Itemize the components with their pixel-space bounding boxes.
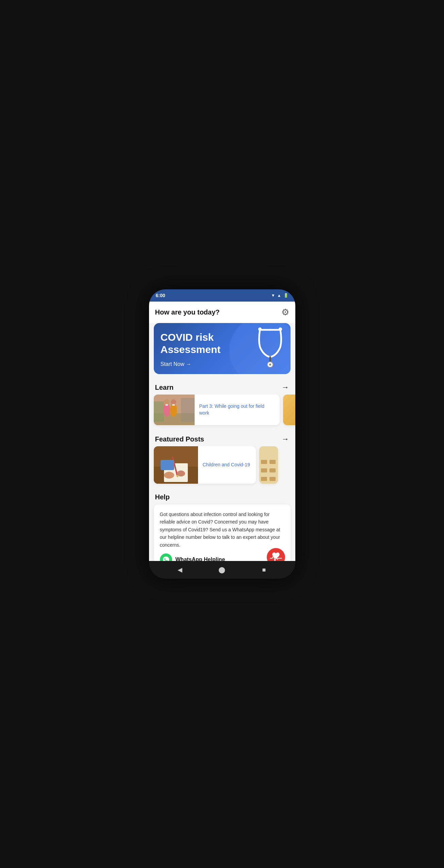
learn-card-partial-image: [283, 395, 295, 425]
covid-banner[interactable]: COVID riskAssessment Start Now →: [154, 323, 291, 374]
learn-card-partial: [283, 395, 295, 425]
svg-rect-32: [261, 477, 267, 481]
svg-point-15: [171, 399, 176, 405]
svg-rect-30: [261, 468, 267, 472]
featured-card-1-image: [154, 446, 198, 484]
help-card-1: Got questions about infection control an…: [154, 504, 291, 561]
whatsapp-helpline-text[interactable]: WhatsApp Helpline: [176, 557, 225, 561]
settings-icon[interactable]: ⚙: [281, 307, 289, 318]
svg-rect-29: [269, 460, 276, 464]
recent-button[interactable]: ■: [258, 564, 270, 576]
featured-card-partial: [259, 446, 278, 484]
svg-rect-16: [171, 405, 176, 414]
svg-rect-28: [261, 460, 267, 464]
svg-rect-31: [269, 468, 276, 472]
featured-card-1-text: Children and Covid-19: [198, 457, 255, 472]
phone-frame: 6:00 ▼ ▲ 🔋 How are you today? ⚙ COVID ri…: [149, 289, 295, 579]
svg-point-12: [164, 399, 169, 405]
status-bar: 6:00 ▼ ▲ 🔋: [149, 289, 295, 302]
greeting-text: How are you today?: [155, 308, 220, 316]
featured-cards-row: Children and Covid-19: [149, 446, 295, 488]
heart-monitor-icon: [267, 548, 285, 561]
whatsapp-helpline-link[interactable]: WhatsApp Helpline: [160, 553, 284, 561]
screen-content: How are you today? ⚙ COVID riskAssessmen…: [149, 302, 295, 561]
learn-title: Learn: [155, 384, 174, 391]
featured-title: Featured Posts: [155, 435, 204, 443]
learn-card-1-image: [154, 395, 195, 425]
featured-card-partial-image: [259, 446, 278, 484]
svg-rect-26: [161, 460, 174, 470]
svg-point-24: [164, 472, 174, 479]
svg-point-5: [258, 327, 262, 331]
status-icons: ▼ ▲ 🔋: [271, 293, 289, 298]
svg-point-4: [269, 364, 271, 366]
learn-arrow[interactable]: →: [282, 383, 289, 392]
svg-rect-17: [165, 404, 168, 406]
featured-section-header: Featured Posts →: [149, 430, 295, 446]
help-card-1-body: Got questions about infection control an…: [160, 511, 284, 549]
svg-rect-10: [181, 398, 195, 422]
svg-point-6: [279, 327, 282, 331]
nav-bar: ◀ ⬤ ■: [149, 561, 295, 579]
svg-rect-13: [165, 405, 169, 414]
featured-card-1[interactable]: Children and Covid-19: [154, 446, 256, 484]
learn-card-1-text: Part 3: While going out for field work: [195, 399, 280, 420]
svg-rect-18: [172, 404, 175, 406]
svg-rect-33: [269, 477, 276, 481]
whatsapp-icon: [160, 553, 172, 561]
svg-point-25: [177, 470, 185, 477]
signal-icon: ▲: [277, 293, 281, 298]
help-section: Help Got questions about infection contr…: [149, 488, 295, 561]
help-title: Help: [154, 491, 291, 504]
featured-arrow[interactable]: →: [282, 435, 289, 444]
learn-card-1[interactable]: Part 3: While going out for field work: [154, 395, 280, 425]
learn-cards-row: Part 3: While going out for field work: [149, 395, 295, 430]
back-button[interactable]: ◀: [174, 564, 186, 576]
wifi-icon: ▼: [271, 293, 275, 298]
home-button[interactable]: ⬤: [216, 564, 228, 576]
stethoscope-icon: [253, 326, 287, 367]
svg-rect-9: [154, 401, 164, 422]
learn-section-header: Learn →: [149, 378, 295, 395]
top-header: How are you today? ⚙: [149, 302, 295, 323]
battery-icon: 🔋: [283, 293, 289, 298]
status-time: 6:00: [156, 293, 165, 298]
